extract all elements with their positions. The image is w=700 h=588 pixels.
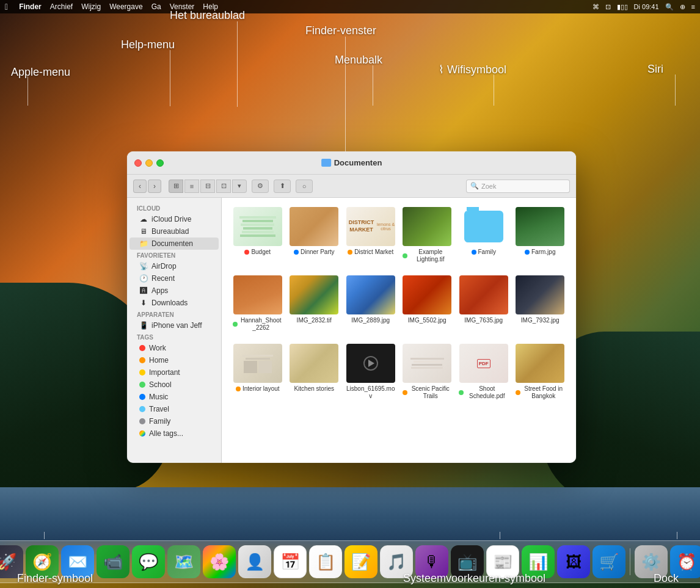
kitchen-name: Kitchen stories [294,385,334,393]
file-item-img2832[interactable]: IMG_2832.tif [288,272,341,335]
gallery-view-button[interactable]: ⊡ [216,180,231,193]
archief-menu[interactable]: Archief [50,2,73,11]
sidebar-tag-work[interactable]: Work [129,342,219,354]
file-item-lisbon[interactable]: Lisbon_61695.mov [344,341,398,403]
file-item-hannah[interactable]: Hannah_Shoot_2262 [231,272,285,335]
ga-menu[interactable]: Ga [151,2,161,11]
column-view-button[interactable]: ⊟ [200,180,215,193]
dock-item-facetime[interactable]: 📹 [97,545,129,578]
tag-button[interactable]: ○ [296,180,313,193]
dock-item-screentime[interactable]: ⏰ [670,545,700,578]
dock-item-appstore[interactable]: 🛒 [592,545,625,578]
file-thumb-district: DISTRICTMARKET lemons & citrus [346,207,395,246]
dock-item-mail[interactable]: ✉️ [61,545,94,578]
interior-dot [236,387,241,391]
list-view-button[interactable]: ≡ [184,180,199,193]
dock-item-maps[interactable]: 🗺️ [167,545,200,578]
finder-menu[interactable]: Finder [19,2,42,11]
file-item-example-lighting[interactable]: Example Lighting.tif [401,204,454,266]
file-item-img7635[interactable]: IMG_7635.jpg [457,272,511,335]
file-thumb-img7932 [516,275,564,314]
file-item-kitchen[interactable]: Kitchen stories [288,341,341,403]
sidebar-item-bureaublad[interactable]: 🖥 Bureaublad [129,225,219,238]
dinner-dot [294,250,299,255]
close-button[interactable] [134,159,142,167]
wijzig-menu[interactable]: Wijzig [81,2,101,11]
help-menu[interactable]: Help [203,2,218,11]
file-item-district-market[interactable]: DISTRICTMARKET lemons & citrus District … [344,204,398,266]
recent-icon: 🕐 [139,274,148,283]
file-item-scenic[interactable]: Scenic Pacific Trails [401,341,454,403]
dock: 🚀 🧭 ✉️ 📹 💬 🗺️ 🌸 👤 📅 📋 📝 🎵 🎙 📺 📰 📊 [0,540,700,583]
dock-item-notes[interactable]: 📝 [345,545,377,578]
file-item-img2889[interactable]: IMG_2889.jpg [344,272,398,335]
apple-menu[interactable]:  [5,2,8,12]
sidebar-item-iphone[interactable]: 📱 iPhone van Jeff [129,319,219,332]
sidebar-tag-alle[interactable]: Alle tags... [129,427,219,440]
finder-window-title: Documenten [334,158,382,167]
sidebar-item-airdrop[interactable]: 📡 AirDrop [129,260,219,272]
dock-item-keynote[interactable]: 🖼 [557,545,590,578]
notification-icon[interactable]: ≡ [691,3,695,10]
lisbon-label-row: Lisbon_61695.mov [346,385,396,400]
sidebar-tag-school[interactable]: School [129,379,219,391]
weergave-menu[interactable]: Weergave [109,2,142,11]
dock-item-launchpad[interactable]: 🚀 [0,545,23,578]
action-button[interactable]: ⚙ [252,180,269,193]
dock-item-numbers[interactable]: 📊 [522,545,555,578]
downloads-label: Downloads [151,299,188,307]
file-item-street-food[interactable]: Street Food in Bangkok [514,341,567,403]
dock-item-tv[interactable]: 📺 [451,545,484,578]
file-item-family[interactable]: Family [457,204,511,266]
dock-item-safari[interactable]: 🧭 [26,545,59,578]
file-item-interior[interactable]: Interior layout [231,341,285,403]
files-grid: Budget Dinner Party DISTRICTMARKET lemon [231,204,567,403]
dock-item-calendar[interactable]: 📅 [274,545,307,578]
airplay-icon[interactable]: ⊡ [605,3,611,11]
dock-item-photos[interactable]: 🌸 [203,545,236,578]
share-button[interactable]: ⬆ [274,180,291,193]
minimize-button[interactable] [145,159,153,167]
family-label-row: Family [472,249,496,256]
file-item-budget[interactable]: Budget [231,204,285,266]
sidebar-tag-home[interactable]: Home [129,354,219,366]
file-item-farm[interactable]: Farm.jpg [514,204,567,266]
file-item-img5502[interactable]: IMG_5502.jpg [401,272,454,335]
battery-icon[interactable]: ▮▯▯ [617,3,628,11]
sidebar-tag-travel[interactable]: Travel [129,403,219,415]
dock-item-messages[interactable]: 💬 [132,545,165,578]
file-item-dinner-party[interactable]: Dinner Party [288,204,341,266]
sidebar-item-icloud-drive[interactable]: ☁ iCloud Drive [129,213,219,225]
sidebar-item-apps[interactable]: 🅰 Apps [129,285,219,297]
wifi-icon[interactable]: ⌘ [592,3,599,11]
dock-item-contacts[interactable]: 👤 [238,545,271,578]
sidebar-item-recent[interactable]: 🕐 Recent [129,272,219,285]
file-item-shoot[interactable]: PDF Shoot Schedule.pdf [457,341,511,403]
img7932-name: IMG_7932.jpg [521,317,560,324]
sidebar-item-downloads[interactable]: ⬇ Downloads [129,297,219,309]
sidebar-tag-music[interactable]: Music [129,391,219,403]
file-item-img7932[interactable]: IMG_7932.jpg [514,272,567,335]
icon-view-button[interactable]: ⊞ [169,180,183,193]
dock-item-reminders[interactable]: 📋 [309,545,342,578]
sidebar-tag-important[interactable]: Important [129,366,219,379]
apps-label: Apps [151,286,168,295]
siri-icon[interactable]: ⊕ [680,3,685,11]
sidebar-item-documenten[interactable]: 📁 Documenten [129,238,219,250]
back-button[interactable]: ‹ [133,180,147,193]
street-label-row: Street Food in Bangkok [516,385,566,400]
shoot-dot [459,390,464,395]
sidebar-tag-family[interactable]: Family [129,415,219,427]
img2889-label-row: IMG_2889.jpg [351,317,390,324]
venster-menu[interactable]: Venster [170,2,195,11]
search-icon[interactable]: 🔍 [665,3,674,11]
dock-item-system-preferences[interactable]: ⚙️ [635,545,668,578]
forward-button[interactable]: › [148,180,161,193]
dock-item-news[interactable]: 📰 [486,545,519,578]
dock-item-music[interactable]: 🎵 [380,545,413,578]
example-label-row: Example Lighting.tif [403,249,453,263]
dock-item-podcasts[interactable]: 🎙 [415,545,448,578]
search-bar[interactable]: 🔍 Zoek [466,180,570,193]
view-options-button[interactable]: ▾ [232,180,247,193]
maximize-button[interactable] [156,159,164,167]
